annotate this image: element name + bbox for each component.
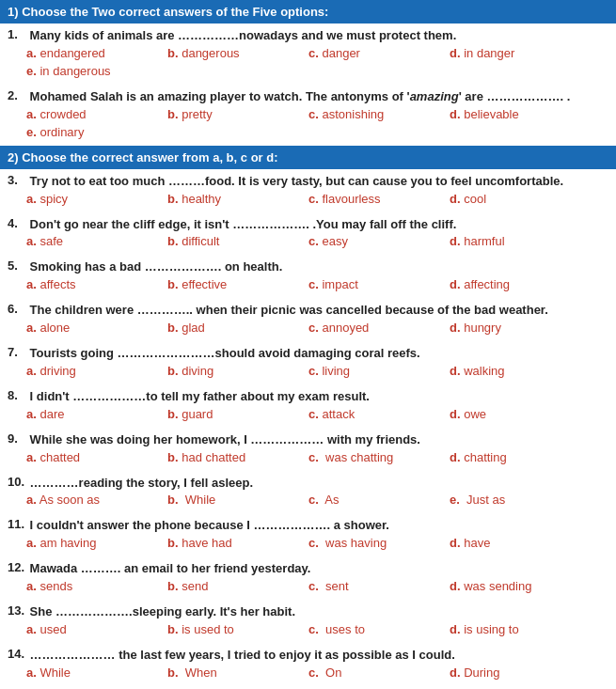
q11-opt-b[interactable]: b. have had (164, 535, 305, 551)
q14-opt-a[interactable]: a. While (23, 665, 164, 681)
q7-options: a. driving b. diving c. living d. walkin… (23, 363, 608, 379)
q12-opt-c[interactable]: c. sent (305, 578, 446, 594)
q9-opt-a[interactable]: a. chatted (23, 449, 164, 465)
q9-opt-b[interactable]: b. had chatted (164, 449, 305, 465)
section2-header: 2) Choose the correct answer from a, b, … (0, 146, 616, 169)
q6-text: The children were ………….. when their picn… (26, 302, 608, 320)
q10-opt-b[interactable]: b. While (164, 492, 305, 508)
q13-number: 13. (8, 603, 26, 618)
q7-text: Tourists going ……………………should avoid dama… (26, 345, 608, 363)
q6-number: 6. (8, 302, 26, 316)
q1-opt-d[interactable]: d. in danger (446, 45, 587, 61)
q10-number: 10. (8, 475, 26, 489)
q8-options: a. dare b. guard c. attack d. owe (23, 406, 608, 422)
q7-opt-a[interactable]: a. driving (23, 363, 164, 379)
q8-opt-b[interactable]: b. guard (164, 406, 305, 422)
q5-opt-c[interactable]: c. impact (305, 276, 446, 292)
q2-opt-d[interactable]: d. believable (446, 106, 587, 122)
q11-options: a. am having b. have had c. was having d… (23, 535, 608, 551)
q6-opt-c[interactable]: c. annoyed (305, 320, 446, 336)
q2-text: Mohamed Salah is an amazing player to wa… (26, 88, 608, 106)
q12-opt-b[interactable]: b. send (164, 578, 305, 594)
question-5: 5. Smoking has a bad ………………. on health. … (0, 255, 616, 298)
q9-number: 9. (8, 431, 26, 446)
q4-options: a. safe b. difficult c. easy d. harmful (23, 233, 608, 249)
q3-opt-d[interactable]: d. cool (446, 191, 587, 207)
q13-opt-c[interactable]: c. uses to (305, 621, 446, 637)
q3-opt-a[interactable]: a. spicy (23, 191, 164, 207)
q7-opt-c[interactable]: c. living (305, 363, 446, 379)
q1-opt-a[interactable]: a. endangered (23, 45, 164, 61)
q4-opt-a[interactable]: a. safe (23, 233, 164, 249)
q8-opt-c[interactable]: c. attack (305, 406, 446, 422)
q5-text: Smoking has a bad ………………. on health. (26, 258, 608, 276)
q2-opt-c[interactable]: c. astonishing (305, 106, 446, 122)
q9-options: a. chatted b. had chatted c. was chattin… (23, 449, 608, 465)
q6-opt-a[interactable]: a. alone (23, 320, 164, 336)
q6-opt-d[interactable]: d. hungry (446, 320, 587, 336)
exam-container: 1) Choose the Two correct answers of the… (0, 0, 616, 689)
q3-options: a. spicy b. healthy c. flavourless d. co… (23, 191, 608, 207)
q1-number: 1. (8, 27, 26, 41)
q6-options: a. alone b. glad c. annoyed d. hungry (23, 320, 608, 336)
q8-opt-d[interactable]: d. owe (446, 406, 587, 422)
q14-text: ………………… the last few years, I tried to e… (26, 647, 608, 665)
question-6: 6. The children were ………….. when their p… (0, 298, 616, 341)
q3-text: Try not to eat too much ………food. It is v… (26, 173, 608, 191)
q13-text: She ……………….sleeping early. It's her habi… (26, 603, 608, 621)
q1-opt-c[interactable]: c. danger (305, 45, 446, 61)
q10-opt-c[interactable]: c. As (305, 492, 446, 508)
q11-opt-d[interactable]: d. have (446, 535, 587, 551)
q11-opt-c[interactable]: c. was having (305, 535, 446, 551)
q10-opt-e[interactable]: e. Just as (446, 492, 587, 508)
q2-options: a. crowded b. pretty c. astonishing d. b… (23, 106, 608, 140)
q8-text: I didn't ………………to tell my father about m… (26, 388, 608, 406)
q1-opt-b[interactable]: b. dangerous (164, 45, 305, 61)
q4-opt-c[interactable]: c. easy (305, 233, 446, 249)
q8-opt-a[interactable]: a. dare (23, 406, 164, 422)
q14-opt-b[interactable]: b. When (164, 665, 305, 681)
q3-opt-b[interactable]: b. healthy (164, 191, 305, 207)
q13-opt-a[interactable]: a. used (23, 621, 164, 637)
question-8: 8. I didn't ………………to tell my father abou… (0, 384, 616, 428)
q2-opt-e[interactable]: e. ordinary (23, 124, 164, 140)
q5-opt-b[interactable]: b. effective (164, 276, 305, 292)
q5-opt-d[interactable]: d. affecting (446, 276, 587, 292)
q9-opt-c[interactable]: c. was chatting (305, 449, 446, 465)
q5-number: 5. (8, 258, 26, 273)
q9-text: While she was doing her homework, I …………… (26, 431, 608, 449)
q8-number: 8. (8, 388, 26, 402)
q13-opt-d[interactable]: d. is using to (446, 621, 587, 637)
q5-opt-a[interactable]: a. affects (23, 276, 164, 292)
q12-options: a. sends b. send c. sent d. was sending (23, 578, 608, 594)
q6-opt-b[interactable]: b. glad (164, 320, 305, 336)
q9-opt-d[interactable]: d. chatting (446, 449, 587, 465)
q12-opt-a[interactable]: a. sends (23, 578, 164, 594)
q12-opt-d[interactable]: d. was sending (446, 578, 587, 594)
q3-opt-c[interactable]: c. flavourless (305, 191, 446, 207)
q7-number: 7. (8, 345, 26, 359)
q12-text: Mawada ………. an email to her friend yeste… (26, 560, 608, 578)
q14-number: 14. (8, 647, 26, 661)
q11-number: 11. (8, 517, 26, 531)
question-13: 13. She ……………….sleeping early. It's her … (0, 600, 616, 643)
q4-opt-b[interactable]: b. difficult (164, 233, 305, 249)
q4-number: 4. (8, 216, 26, 230)
q7-opt-d[interactable]: d. walking (446, 363, 587, 379)
q11-opt-a[interactable]: a. am having (23, 535, 164, 551)
question-3: 3. Try not to eat too much ………food. It i… (0, 169, 616, 212)
q12-number: 12. (8, 560, 26, 574)
q4-opt-d[interactable]: d. harmful (446, 233, 587, 249)
q14-opt-c[interactable]: c. On (305, 665, 446, 681)
q10-opt-a[interactable]: a. As soon as (23, 492, 164, 508)
q10-text: …………reading the story, I fell asleep. (26, 475, 608, 493)
q1-opt-e[interactable]: e. in dangerous (23, 63, 164, 79)
question-11: 11. I couldn't answer the phone because … (0, 513, 616, 556)
q13-opt-b[interactable]: b. is used to (164, 621, 305, 637)
q7-opt-b[interactable]: b. diving (164, 363, 305, 379)
question-9: 9. While she was doing her homework, I …… (0, 428, 616, 471)
q1-text: Many kids of animals are ……………nowadays a… (26, 27, 608, 45)
q2-opt-b[interactable]: b. pretty (164, 106, 305, 122)
q2-opt-a[interactable]: a. crowded (23, 106, 164, 122)
q14-opt-d[interactable]: d. During (446, 665, 587, 681)
